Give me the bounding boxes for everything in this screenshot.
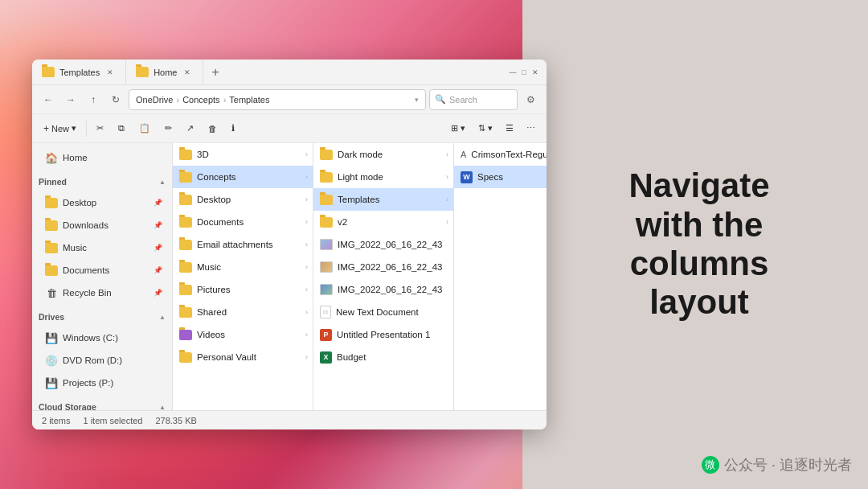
sidebar-item-home[interactable]: 🏠 Home [35,146,169,169]
col2-item-img1[interactable]: IMG_2022_06_16_22_43 [313,233,453,256]
col1-item-music[interactable]: Music › [173,256,313,278]
col1-item-desktop[interactable]: Desktop › [173,188,313,211]
settings-button[interactable]: ⚙ [521,90,540,109]
tab-home-label: Home [154,68,177,77]
paste-button[interactable]: 📋 [134,118,155,139]
up-button[interactable]: ↑ [84,90,103,109]
windows-drive-icon: 💾 [45,331,58,344]
search-icon: 🔍 [435,94,446,105]
col1-item-email[interactable]: Email attachments › [173,233,313,256]
col2-item-lightmode[interactable]: Light mode › [313,166,453,188]
search-bar[interactable]: 🔍 Search [429,89,518,110]
sidebar-item-dvd[interactable]: 💿 DVD Rom (D:) [35,349,169,372]
desktop-folder-icon [45,198,58,208]
more-button[interactable]: ⋯ [522,118,540,139]
col1-item-3d[interactable]: 3D › [173,143,313,166]
col2-item-txt[interactable]: ≡≡ New Text Document [313,301,453,323]
pin-icon-desktop: 📌 [154,199,162,207]
word-icon-specs: W [461,171,473,183]
share-button[interactable]: ↗ [182,118,199,139]
col1-item-videos[interactable]: Videos › [173,323,313,346]
search-placeholder: Search [449,95,477,105]
address-bar[interactable]: OneDrive › Concepts › Templates ▾ [129,89,426,110]
sidebar-home-label: Home [63,153,88,162]
sidebar-item-recycle[interactable]: 🗑 Recycle Bin 📌 [35,281,169,304]
col2-chevron-dark: › [446,150,448,158]
explorer-body: 🏠 Home Pinned ▲ Desktop 📌 Downloads 📌 [32,143,547,410]
sidebar-recycle-label: Recycle Bin [63,288,112,298]
group-button[interactable]: ☰ [501,118,518,139]
ppt-icon: P [320,329,332,341]
col1-chevron-vault: › [305,353,308,361]
address-chevron-icon: ▾ [415,96,419,104]
close-button[interactable]: ✕ [530,68,540,77]
info-button[interactable]: ℹ [227,118,240,139]
sidebar-cloud-header[interactable]: Cloud Storage ▲ [32,397,172,410]
col1-folder-icon-videos [179,330,192,340]
col2-item-v2[interactable]: v2 › [313,211,453,233]
cut-button[interactable]: ✂ [92,118,108,139]
minimize-button[interactable]: — [508,68,518,77]
refresh-button[interactable]: ↻ [106,90,125,109]
sidebar-music-label: Music [63,243,87,253]
copy-button[interactable]: ⧉ [113,118,129,139]
pin-icon-music: 📌 [154,244,162,252]
tab-templates-label: Templates [59,68,100,77]
sidebar-item-projects[interactable]: 💾 Projects (P:) [35,372,169,394]
col2-label-ppt: Untitled Presentation 1 [337,330,448,339]
sidebar-item-desktop[interactable]: Desktop 📌 [35,191,169,214]
column-panes: 3D › Concepts › Desktop › [173,143,547,410]
address-sep-1: › [176,95,179,105]
rename-button[interactable]: ✏ [160,118,177,139]
right-panel: Navigate with the columns layout [547,166,820,322]
tab-close-button[interactable]: ✕ [104,67,116,78]
new-tab-button[interactable]: + [203,60,227,84]
col3-item-specs[interactable]: W Specs [454,166,547,188]
sort-button[interactable]: ⇅ ▾ [473,118,497,139]
col3-item-crimson[interactable]: A CrimsonText-Regular [454,143,547,166]
col1-label-documents: Documents [197,217,301,227]
col1-item-shared[interactable]: Shared › [173,301,313,323]
col1-chevron-shared: › [305,308,308,316]
col1-item-concepts[interactable]: Concepts › [173,166,313,188]
navigate-line1: Navigate with the [628,166,769,243]
col2-item-darkmode[interactable]: Dark mode › [313,143,453,166]
col1-folder-icon-music [179,262,192,273]
col2-item-ppt[interactable]: P Untitled Presentation 1 [313,323,453,346]
tab-templates[interactable]: Templates ✕ [32,60,126,84]
col2-label-txt: New Text Document [336,307,448,317]
maximize-button[interactable]: □ [519,68,529,77]
col1-label-shared: Shared [197,307,301,317]
col1-label-3d: 3D [197,150,301,159]
sidebar-item-music[interactable]: Music 📌 [35,236,169,259]
col1-item-pictures[interactable]: Pictures › [173,278,313,301]
sidebar-pinned-header[interactable]: Pinned ▲ [32,172,172,191]
tab-home[interactable]: Home ✕ [126,60,203,84]
sidebar-drives-header[interactable]: Drives ▲ [32,307,172,327]
address-part-2: Concepts [182,95,219,105]
tab-home-close-button[interactable]: ✕ [182,67,193,78]
sort-chevron: ▾ [488,123,493,134]
sidebar-item-documents[interactable]: Documents 📌 [35,259,169,281]
delete-button[interactable]: 🗑 [203,118,222,139]
col2-item-img3[interactable]: IMG_2022_06_16_22_43 [313,278,453,301]
col2-item-budget[interactable]: X Budget [313,346,453,368]
new-button[interactable]: + New ▾ [39,118,81,139]
window-controls: — □ ✕ [502,60,547,84]
forward-button[interactable]: → [61,90,80,109]
view-button[interactable]: ⊞ ▾ [446,118,470,139]
col1-item-documents[interactable]: Documents › [173,211,313,233]
col2-item-img2[interactable]: IMG_2022_06_16_22_43 [313,256,453,278]
txt-icon: ≡≡ [320,306,331,318]
column-pane-2: Dark mode › Light mode › Templates › [313,143,454,410]
status-items: 2 items [42,416,70,425]
col2-item-templates[interactable]: Templates › [313,188,453,211]
sidebar-item-windows[interactable]: 💾 Windows (C:) [35,327,169,349]
col1-item-vault[interactable]: Personal Vault › [173,346,313,368]
info-icon: ℹ [231,123,235,134]
music-folder-icon [45,243,58,253]
sidebar-item-downloads[interactable]: Downloads 📌 [35,214,169,236]
drives-collapse-icon: ▲ [159,314,166,321]
tab-folder-icon [42,67,55,77]
back-button[interactable]: ← [39,90,58,109]
